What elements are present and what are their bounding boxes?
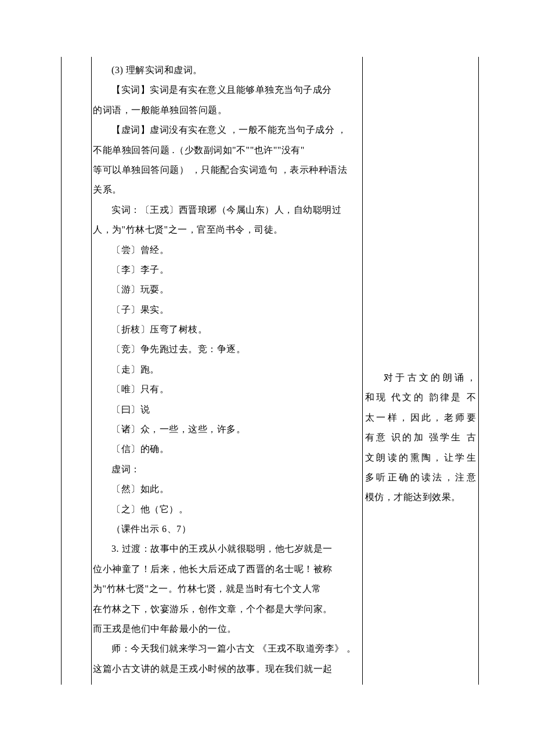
para: 【实词】实词是有实在意义且能够单独充当句子成分 — [93, 80, 361, 100]
list-item: 〔游〕玩耍。 — [93, 280, 361, 299]
side-line: 太一样，因此，老师要 — [365, 408, 476, 428]
list-item: 〔李〕李子。 — [93, 260, 361, 280]
para: 的词语，一般能单独回答问题。 — [93, 100, 361, 120]
para: 虚词： — [93, 460, 361, 479]
lesson-table: (3) 理解实词和虚词。 【实词】实词是有实在意义且能够单独充当句子成分 的词语… — [61, 57, 479, 685]
col-main: (3) 理解实词和虚词。 【实词】实词是有实在意义且能够单独充当句子成分 的词语… — [92, 57, 363, 685]
para: 【虚词】虚词没有实在意义 ，一般不能充当句子成分 ， — [93, 120, 361, 140]
para: 位小神童了！后来，他长大后还成了西晋的名士呢！被称 — [93, 559, 361, 579]
side-line: 多听正确的读法，注意 — [365, 468, 476, 487]
list-item: 〔之〕他（它）。 — [93, 500, 361, 519]
para: 而王戎是他们中年龄最小的一位。 — [93, 619, 361, 639]
side-note: 对于古文的朗诵， 和现 代文的 韵律是 不 太一样，因此，老师要 有意 识的加 … — [364, 368, 477, 508]
para: 3. 过渡：故事中的王戎从小就很聪明，他七岁就是一 — [93, 539, 361, 559]
para: 为"竹林七贤"之一。竹林七贤，就是当时有七个文人常 — [93, 579, 361, 599]
list-item: 〔然〕如此。 — [93, 479, 361, 499]
list-item: 〔竞〕争先跑过去。竞：争逐。 — [93, 339, 361, 359]
para: （课件出示 6、7） — [93, 519, 361, 539]
side-line: 文朗读的熏陶，让学生 — [365, 448, 476, 468]
para: 等可以单独回答问题） ，只能配合实词造句 ，表示种种语法 — [93, 160, 361, 180]
col-left — [62, 57, 92, 685]
list-item: 〔唯〕只有。 — [93, 379, 361, 399]
list-item: 〔信〕的确。 — [93, 439, 361, 459]
main-content: (3) 理解实词和虚词。 【实词】实词是有实在意义且能够单独充当句子成分 的词语… — [92, 57, 362, 685]
para: 不能单独回答问题 .（少数副词如"不""也许""没有" — [93, 140, 361, 160]
side-line: 模仿，才能达到效果。 — [365, 487, 476, 507]
para: 实词：〔王戎〕西晋琅琊（今属山东）人，自幼聪明过 — [93, 200, 361, 220]
page: (3) 理解实词和虚词。 【实词】实词是有实在意义且能够单独充当句子成分 的词语… — [0, 0, 534, 756]
para: 师：今天我们就来学习一篇小古文 《王戎不取道旁李》 。 — [93, 639, 361, 659]
side-line: 对于古文的朗诵， — [365, 368, 476, 388]
para: 关系。 — [93, 180, 361, 200]
spacer — [364, 60, 477, 368]
side-line: 有意 识的加 强学生 古 — [365, 428, 476, 447]
list-item: 〔曰〕说 — [93, 400, 361, 419]
list-item: 〔尝〕曾经。 — [93, 240, 361, 260]
para: 在竹林之下，饮宴游乐，创作文章，个个都是大学问家。 — [93, 599, 361, 619]
list-item: 〔子〕果实。 — [93, 300, 361, 320]
list-item: 〔折枝〕压弯了树枝。 — [93, 320, 361, 339]
list-item: 〔走〕跑。 — [93, 360, 361, 379]
col-side: 对于古文的朗诵， 和现 代文的 韵律是 不 太一样，因此，老师要 有意 识的加 … — [362, 57, 478, 685]
side-content: 对于古文的朗诵， 和现 代文的 韵律是 不 太一样，因此，老师要 有意 识的加 … — [363, 57, 478, 513]
para: 人，为"竹林七贤"之一，官至尚书令，司徒。 — [93, 220, 361, 240]
para: 这篇小古文讲的就是王戎小时候的故事。现在我们就一起 — [93, 659, 361, 679]
side-line: 和现 代文的 韵律是 不 — [365, 388, 476, 407]
table-row: (3) 理解实词和虚词。 【实词】实词是有实在意义且能够单独充当句子成分 的词语… — [62, 57, 479, 685]
para: (3) 理解实词和虚词。 — [93, 60, 361, 80]
list-item: 〔诸〕众，一些，这些，许多。 — [93, 419, 361, 439]
